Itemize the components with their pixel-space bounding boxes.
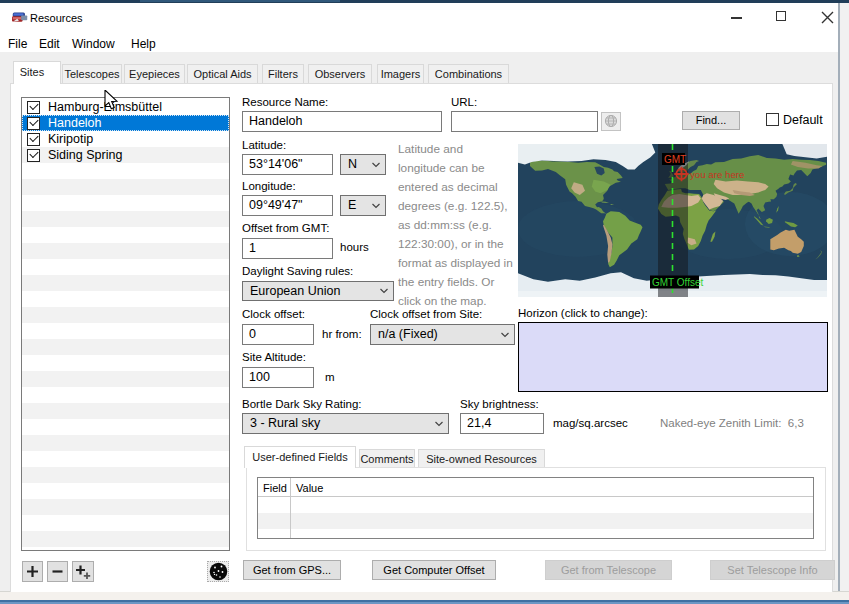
- svg-text:you are here: you are here: [690, 169, 744, 180]
- svg-text:GMT Offset: GMT Offset: [652, 277, 704, 288]
- svg-text:GMT: GMT: [664, 154, 686, 165]
